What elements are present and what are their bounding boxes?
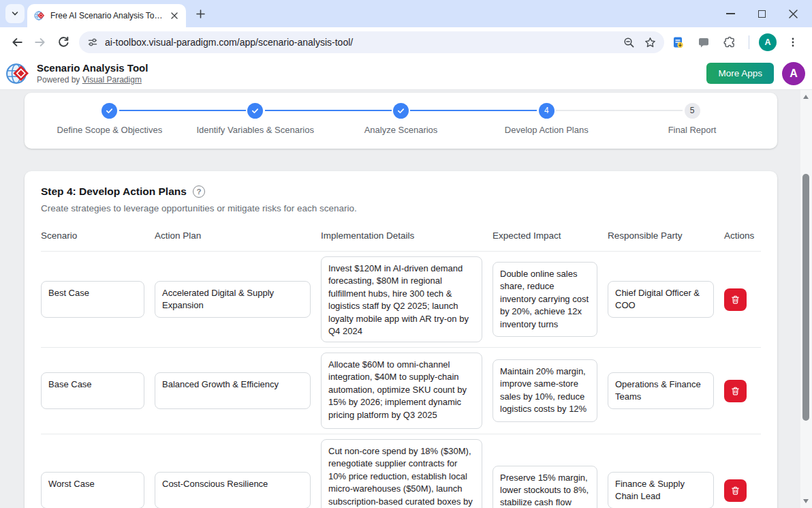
- table-row: Best Case Accelerated Digital & Supply E…: [41, 252, 761, 348]
- scrollbar-thumb[interactable]: [802, 174, 809, 421]
- step-label: Define Scope & Objectives: [57, 125, 163, 135]
- column-header-responsible-party: Responsible Party: [608, 230, 714, 241]
- responsible-party-input[interactable]: Finance & Supply Chain Lead: [608, 472, 714, 508]
- step-label: Identify Variables & Scenarios: [196, 125, 313, 135]
- help-icon[interactable]: ?: [193, 185, 205, 198]
- column-header-implementation-details: Implementation Details: [321, 230, 482, 241]
- action-plan-input[interactable]: Balanced Growth & Efficiency: [155, 372, 311, 409]
- step-label: Develop Action Plans: [505, 125, 589, 135]
- stepper-step-final-report[interactable]: 5 Final Report: [619, 102, 765, 149]
- step-number: 4: [539, 103, 555, 119]
- visual-paradigm-link[interactable]: Visual Paradigm: [82, 75, 142, 85]
- expected-impact-input[interactable]: Preserve 15% margin, lower stockouts to …: [493, 466, 597, 508]
- comment-bubble-icon[interactable]: [694, 33, 713, 52]
- chevron-down-icon: [11, 10, 19, 18]
- implementation-details-input[interactable]: Invest $120M in AI-driven demand forecas…: [321, 256, 482, 342]
- close-window-button[interactable]: [787, 8, 798, 19]
- maximize-button[interactable]: [756, 8, 767, 19]
- trash-icon: [730, 295, 740, 305]
- stepper-step-identify-variables[interactable]: Identify Variables & Scenarios: [183, 102, 328, 149]
- step4-subtitle: Create strategies to leverage opportunit…: [41, 203, 761, 213]
- stepper-step-define-scope[interactable]: Define Scope & Objectives: [37, 102, 183, 149]
- address-bar[interactable]: ai-toolbox.visual-paradigm.com/app/scena…: [79, 31, 664, 53]
- table-row: Worst Case Cost-Conscious Resilience Cut…: [41, 434, 761, 508]
- scenario-input[interactable]: Base Case: [41, 372, 144, 409]
- browser-tab[interactable]: Free AI Scenario Analysis Tool -: [27, 4, 186, 27]
- toolbar-divider: [749, 35, 749, 49]
- stepper: Define Scope & Objectives Identify Varia…: [25, 93, 777, 149]
- step-check-icon: [393, 103, 409, 119]
- browser-profile-avatar[interactable]: A: [759, 33, 777, 51]
- url-text[interactable]: ai-toolbox.visual-paradigm.com/app/scena…: [105, 37, 616, 48]
- powered-by-text: Powered by: [37, 75, 80, 85]
- step-label: Final Report: [668, 125, 717, 135]
- table-row: Base Case Balanced Growth & Efficiency A…: [41, 348, 761, 434]
- reading-list-icon[interactable]: [668, 33, 687, 52]
- back-button[interactable]: [5, 31, 29, 54]
- scenario-input[interactable]: Best Case: [41, 281, 144, 318]
- stepper-step-analyze-scenarios[interactable]: Analyze Scenarios: [328, 102, 474, 149]
- responsible-party-input[interactable]: Chief Digital Officer & COO: [608, 281, 714, 318]
- scenario-input[interactable]: Worst Case: [41, 472, 144, 508]
- step-check-icon: [102, 103, 117, 119]
- browser-toolbar: ai-toolbox.visual-paradigm.com/app/scena…: [0, 27, 812, 57]
- expected-impact-input[interactable]: Maintain 20% margin, improve same-store …: [493, 359, 597, 422]
- step-label: Analyze Scenarios: [364, 125, 438, 135]
- tab-search-button[interactable]: [5, 4, 25, 23]
- tab-close-icon[interactable]: [168, 10, 181, 22]
- minimize-button[interactable]: [725, 8, 736, 19]
- zoom-out-icon[interactable]: [623, 37, 635, 48]
- responsible-party-input[interactable]: Operations & Finance Teams: [608, 372, 714, 409]
- column-header-actions: Actions: [724, 230, 761, 241]
- app-user-avatar[interactable]: A: [782, 62, 805, 85]
- delete-row-button[interactable]: [724, 380, 747, 402]
- app-header: Scenario Analysis Tool Powered by Visual…: [0, 57, 812, 90]
- new-tab-button[interactable]: [191, 5, 209, 23]
- action-plan-input[interactable]: Cost-Conscious Resilience: [155, 472, 311, 508]
- expected-impact-input[interactable]: Double online sales share, reduce invent…: [493, 262, 597, 337]
- page-content: Define Scope & Objectives Identify Varia…: [0, 90, 812, 508]
- action-plan-input[interactable]: Accelerated Digital & Supply Expansion: [155, 281, 311, 318]
- column-header-action-plan: Action Plan: [155, 230, 311, 241]
- more-apps-button[interactable]: More Apps: [706, 63, 774, 84]
- toolbar-right-cluster: A: [668, 33, 807, 52]
- tab-title: Free AI Scenario Analysis Tool -: [50, 11, 163, 20]
- implementation-details-input[interactable]: Cut non-core spend by 18% ($30M), renego…: [321, 439, 482, 508]
- bookmark-star-icon[interactable]: [644, 37, 656, 48]
- site-settings-icon[interactable]: [87, 37, 98, 48]
- app-title-block: Scenario Analysis Tool Powered by Visual…: [37, 62, 148, 85]
- forward-button[interactable]: [29, 31, 52, 54]
- step-check-icon: [247, 103, 263, 119]
- app-title: Scenario Analysis Tool: [37, 62, 148, 75]
- step4-panel: Step 4: Develop Action Plans ? Create st…: [25, 171, 777, 508]
- kebab-menu-icon[interactable]: [783, 33, 802, 52]
- trash-icon: [730, 386, 740, 396]
- implementation-details-input[interactable]: Allocate $60M to omni-channel integratio…: [321, 353, 482, 429]
- delete-row-button[interactable]: [724, 288, 747, 311]
- browser-tab-strip: Free AI Scenario Analysis Tool -: [0, 0, 812, 27]
- step-number: 5: [685, 103, 700, 119]
- trash-icon: [730, 485, 740, 496]
- scroll-down-arrow-icon[interactable]: [803, 499, 809, 503]
- stepper-step-develop-action-plans[interactable]: 4 Develop Action Plans: [473, 102, 619, 149]
- delete-row-button[interactable]: [724, 479, 747, 502]
- step4-title: Step 4: Develop Action Plans: [41, 185, 187, 198]
- column-header-expected-impact: Expected Impact: [493, 230, 597, 241]
- scroll-up-arrow-icon[interactable]: [803, 95, 809, 99]
- table-header-row: Scenario Action Plan Implementation Deta…: [41, 230, 761, 252]
- extensions-puzzle-icon[interactable]: [720, 33, 739, 52]
- reload-button[interactable]: [52, 31, 75, 54]
- window-controls: [725, 8, 812, 19]
- page-scrollbar[interactable]: [800, 90, 812, 508]
- app-logo: [5, 61, 30, 86]
- site-favicon: [34, 10, 45, 21]
- column-header-scenario: Scenario: [41, 230, 144, 241]
